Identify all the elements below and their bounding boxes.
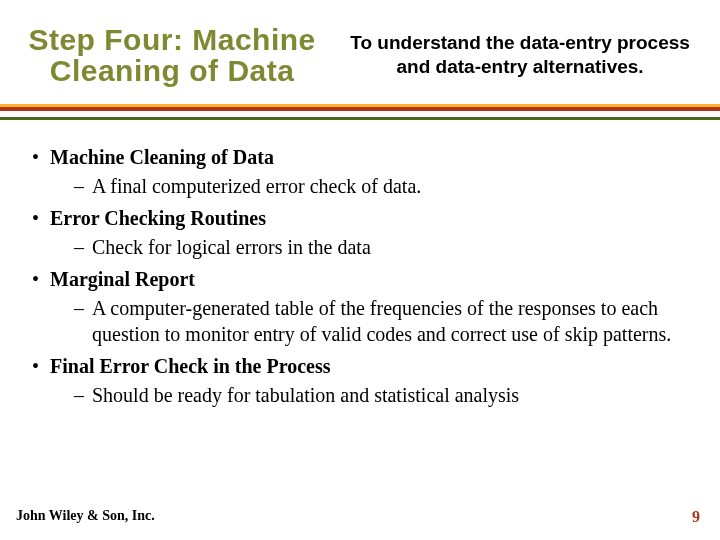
sub-text: Check for logical errors in the data xyxy=(92,234,371,260)
slide-title: Step Four: Machine Cleaning of Data xyxy=(12,24,332,87)
dash-icon: – xyxy=(74,173,92,199)
bullet-label: Marginal Report xyxy=(50,268,195,291)
bullet-item: • Marginal Report xyxy=(32,268,698,291)
bullet-icon: • xyxy=(32,268,50,291)
sub-item: – Check for logical errors in the data xyxy=(74,234,698,260)
sub-item: – A final computerized error check of da… xyxy=(74,173,698,199)
bullet-label: Error Checking Routines xyxy=(50,207,266,230)
slide-header: Step Four: Machine Cleaning of Data To u… xyxy=(0,0,720,96)
sub-text: Should be ready for tabulation and stati… xyxy=(92,382,519,408)
bullet-label: Final Error Check in the Process xyxy=(50,355,331,378)
dash-icon: – xyxy=(74,295,92,321)
dash-icon: – xyxy=(74,382,92,408)
rule-red xyxy=(0,107,720,111)
divider-rules xyxy=(0,104,720,120)
slide-body: • Machine Cleaning of Data – A final com… xyxy=(0,120,720,408)
bullet-icon: • xyxy=(32,146,50,169)
bullet-item: • Error Checking Routines xyxy=(32,207,698,230)
slide-objective: To understand the data-entry process and… xyxy=(332,31,708,79)
dash-icon: – xyxy=(74,234,92,260)
bullet-item: • Final Error Check in the Process xyxy=(32,355,698,378)
bullet-label: Machine Cleaning of Data xyxy=(50,146,274,169)
sub-text: A final computerized error check of data… xyxy=(92,173,421,199)
bullet-icon: • xyxy=(32,355,50,378)
bullet-item: • Machine Cleaning of Data xyxy=(32,146,698,169)
bullet-icon: • xyxy=(32,207,50,230)
sub-item: – Should be ready for tabulation and sta… xyxy=(74,382,698,408)
sub-item: – A computer-generated table of the freq… xyxy=(74,295,698,347)
footer-publisher: John Wiley & Son, Inc. xyxy=(16,508,155,524)
page-number: 9 xyxy=(692,508,700,526)
sub-text: A computer-generated table of the freque… xyxy=(92,295,698,347)
